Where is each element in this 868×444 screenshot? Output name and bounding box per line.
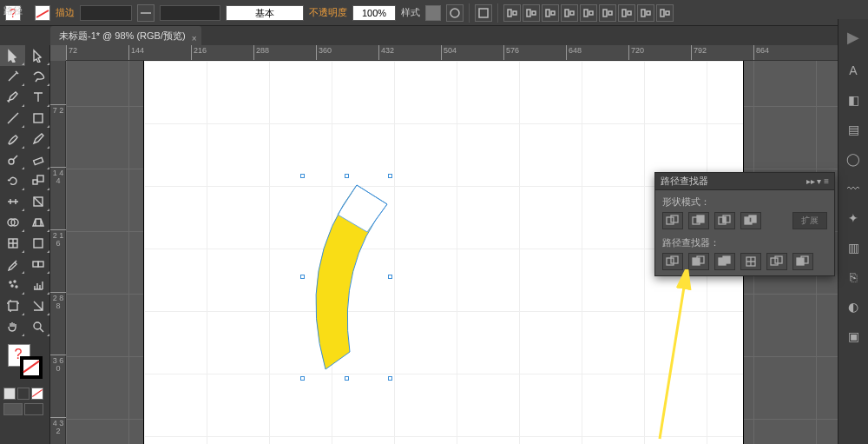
screen-mode-normal[interactable] bbox=[3, 403, 23, 415]
svg-rect-56 bbox=[775, 256, 782, 263]
brush-def-dropdown[interactable] bbox=[160, 5, 220, 21]
tool-gradient[interactable] bbox=[25, 233, 50, 254]
align-right-button[interactable] bbox=[542, 4, 559, 22]
tool-graph[interactable] bbox=[25, 275, 50, 295]
minus-front-button[interactable] bbox=[688, 212, 709, 229]
tool-direct-selection[interactable] bbox=[25, 45, 50, 66]
tool-symbol-spray[interactable] bbox=[0, 275, 25, 295]
draw-mode-buttons bbox=[0, 386, 49, 401]
divide-button[interactable] bbox=[662, 253, 683, 270]
tool-blend[interactable] bbox=[25, 254, 50, 275]
stroke-box[interactable] bbox=[20, 356, 43, 379]
minus-back-button[interactable] bbox=[792, 253, 813, 270]
dock-layers-icon[interactable]: ▥ bbox=[844, 238, 863, 257]
dock-graphic-styles-icon[interactable]: ▣ bbox=[844, 327, 863, 346]
align-hcenter-button[interactable] bbox=[523, 4, 540, 22]
tool-free-transform[interactable] bbox=[25, 191, 50, 212]
panel-titlebar[interactable]: 路径查找器 ▸▸ ▾ ≡ bbox=[655, 173, 834, 190]
svg-rect-8 bbox=[565, 10, 569, 17]
tool-rectangle[interactable] bbox=[25, 108, 50, 129]
tool-eraser[interactable] bbox=[25, 149, 50, 170]
tool-scale[interactable] bbox=[25, 170, 50, 191]
var-width-profile[interactable] bbox=[137, 4, 155, 22]
svg-rect-48 bbox=[667, 258, 674, 265]
tool-rotate[interactable] bbox=[0, 170, 25, 191]
align-bottom-button[interactable] bbox=[599, 4, 616, 22]
document-tab[interactable]: 未标题-1* @ 98% (RGB/预览) × bbox=[50, 26, 201, 45]
tool-mesh[interactable] bbox=[0, 233, 25, 254]
tool-lasso[interactable] bbox=[25, 66, 50, 87]
draw-behind[interactable] bbox=[17, 388, 30, 400]
svg-rect-41 bbox=[697, 215, 704, 222]
fill-stroke-control[interactable] bbox=[0, 337, 49, 386]
svg-rect-7 bbox=[551, 11, 555, 15]
opacity-input[interactable]: 100% bbox=[352, 5, 396, 21]
tool-zoom[interactable] bbox=[25, 316, 50, 337]
dock-appearance-icon[interactable]: ◐ bbox=[844, 297, 863, 316]
outline-button[interactable] bbox=[766, 253, 787, 270]
tool-brush[interactable] bbox=[0, 129, 25, 149]
artboard[interactable] bbox=[144, 61, 743, 444]
ruler-horizontal[interactable]: 72144216288360432504576648720792864 bbox=[66, 45, 838, 61]
tool-shape-builder[interactable] bbox=[0, 212, 25, 233]
align-left-button[interactable] bbox=[503, 4, 521, 22]
dock-glyph-A-icon[interactable]: A bbox=[844, 61, 863, 80]
tool-slice[interactable] bbox=[25, 295, 50, 316]
document-tab-strip: 未标题-1* @ 98% (RGB/预览) × bbox=[0, 26, 868, 45]
svg-rect-5 bbox=[532, 11, 536, 15]
panel-label-path: 路径 bbox=[3, 4, 23, 17]
document-title: 未标题-1* @ 98% (RGB/预览) bbox=[59, 30, 186, 41]
tool-artboard[interactable] bbox=[0, 295, 25, 316]
screen-mode-full[interactable] bbox=[24, 403, 43, 415]
pathfinder-panel[interactable]: 路径查找器 ▸▸ ▾ ≡ 形状模式： 扩展 路径查找器： bbox=[654, 172, 835, 276]
tools-panel bbox=[0, 45, 50, 444]
svg-rect-19 bbox=[666, 11, 669, 15]
stroke-swatch[interactable] bbox=[35, 5, 50, 21]
unite-button[interactable] bbox=[662, 212, 683, 229]
style-swatch[interactable] bbox=[425, 5, 441, 21]
svg-rect-23 bbox=[33, 180, 37, 184]
shape-modes-row: 扩展 bbox=[662, 212, 827, 229]
dock-brushes-icon[interactable]: 〰 bbox=[844, 179, 863, 198]
panel-menu[interactable]: ▸▸ ▾ ≡ bbox=[806, 176, 829, 186]
ruler-vertical[interactable]: 7 21 4 42 1 62 8 83 6 04 3 25 0 bbox=[50, 61, 66, 444]
expand-button[interactable]: 扩展 bbox=[792, 212, 827, 229]
expand-panels-icon[interactable]: ▶ bbox=[847, 28, 859, 47]
dock-symbols-icon[interactable]: ✦ bbox=[844, 209, 863, 228]
tool-blob-brush[interactable] bbox=[0, 149, 25, 170]
tool-magic-wand[interactable] bbox=[0, 66, 25, 87]
trim-button[interactable] bbox=[688, 253, 709, 270]
dock-color-icon[interactable]: ◧ bbox=[844, 90, 863, 109]
stroke-weight-dropdown[interactable] bbox=[80, 5, 132, 21]
exclude-button[interactable] bbox=[740, 212, 761, 229]
svg-rect-29 bbox=[34, 239, 43, 248]
tool-perspective[interactable] bbox=[25, 212, 50, 233]
dock-stroke-circle-icon[interactable]: ◯ bbox=[844, 149, 863, 169]
tool-pen[interactable] bbox=[0, 87, 25, 108]
doc-setup-icon[interactable] bbox=[475, 4, 492, 22]
tool-type[interactable] bbox=[25, 87, 50, 108]
tool-width[interactable] bbox=[0, 191, 25, 212]
recolor-icon[interactable] bbox=[446, 4, 464, 22]
intersect-button[interactable] bbox=[714, 212, 735, 229]
screen-mode-buttons bbox=[0, 401, 49, 417]
svg-rect-49 bbox=[671, 256, 678, 263]
tool-line[interactable] bbox=[0, 108, 25, 129]
align-top-button[interactable] bbox=[561, 4, 578, 22]
crop-button[interactable] bbox=[740, 253, 761, 270]
tool-eyedropper[interactable] bbox=[0, 254, 25, 275]
dist-1-button[interactable] bbox=[618, 4, 635, 22]
draw-inside[interactable] bbox=[31, 388, 43, 400]
dock-swatches-icon[interactable]: ▤ bbox=[844, 120, 863, 139]
svg-point-37 bbox=[34, 322, 41, 329]
graphic-style-dropdown[interactable]: 基本 bbox=[226, 5, 304, 21]
tool-pencil[interactable] bbox=[25, 129, 50, 149]
merge-button[interactable] bbox=[714, 253, 735, 270]
align-vcenter-button[interactable] bbox=[580, 4, 597, 22]
draw-normal[interactable] bbox=[3, 388, 16, 400]
dist-3-button[interactable] bbox=[656, 4, 674, 22]
tool-selection[interactable] bbox=[0, 45, 25, 66]
dist-2-button[interactable] bbox=[637, 4, 654, 22]
dock-links-icon[interactable]: ⎘ bbox=[844, 268, 863, 287]
tool-hand[interactable] bbox=[0, 316, 25, 337]
